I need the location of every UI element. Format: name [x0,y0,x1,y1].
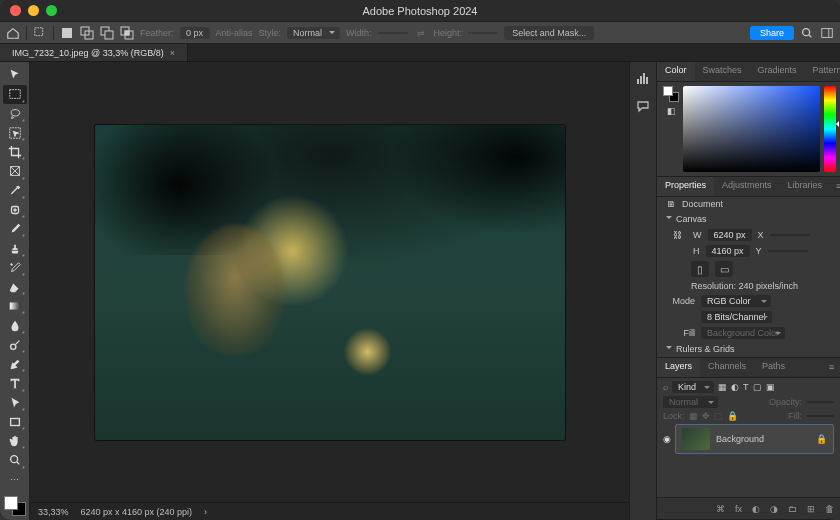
tab-channels[interactable]: Channels [700,358,754,377]
fill-opacity-input[interactable] [806,415,834,417]
layer-name[interactable]: Background [716,434,764,444]
canvas-y-input[interactable] [768,250,808,252]
move-tool[interactable] [3,66,27,84]
rect-marquee-tool[interactable] [3,85,27,103]
pen-tool[interactable] [3,355,27,373]
filter-type-icon[interactable]: T [743,382,749,392]
tab-gradients[interactable]: Gradients [750,62,805,81]
filter-smart-icon[interactable]: ▣ [766,382,775,392]
layer-row[interactable]: Background 🔒 [675,424,834,454]
maximize-window[interactable] [46,5,57,16]
hue-slider[interactable] [824,86,836,172]
link-layers-icon[interactable]: ⌘ [716,504,725,514]
zoom-readout[interactable]: 33,33% [38,507,69,517]
lock-pixels-icon[interactable]: ▦ [689,411,698,421]
minimize-window[interactable] [28,5,39,16]
new-fill-adjust-icon[interactable]: ◑ [770,504,778,514]
clone-stamp-tool[interactable] [3,239,27,257]
visibility-toggle-icon[interactable]: ◉ [663,434,671,444]
edit-toolbar[interactable]: ⋯ [3,471,27,489]
history-brush-tool[interactable] [3,259,27,277]
new-group-icon[interactable]: 🗀 [788,504,797,514]
layer-fx-icon[interactable]: fx [735,504,742,514]
feather-input[interactable]: 0 px [180,27,210,39]
rectangle-tool[interactable] [3,413,27,431]
rulers-section-header[interactable]: Rulers & Grids [657,341,840,357]
type-tool[interactable] [3,374,27,392]
hue-cube-icon[interactable]: ◧ [667,106,676,116]
tool-preset-icon[interactable] [33,26,47,40]
close-tab-icon[interactable]: × [170,48,175,58]
select-and-mask-button[interactable]: Select and Mask... [504,26,594,40]
share-button[interactable]: Share [750,26,794,40]
workspace-icon[interactable] [820,26,834,40]
select-subtract-icon[interactable] [100,26,114,40]
color-mini-swatches[interactable] [663,86,679,102]
color-swatches[interactable] [4,496,26,516]
filter-pixel-icon[interactable]: ▦ [718,382,727,392]
layer-thumbnail[interactable] [682,428,710,450]
object-select-tool[interactable] [3,124,27,142]
strip-icon-histogram[interactable] [633,68,653,88]
lasso-tool[interactable] [3,105,27,123]
tab-patterns[interactable]: Patterns [805,62,840,81]
fg-color-swatch[interactable] [4,496,18,510]
new-layer-icon[interactable]: ⊞ [807,504,815,514]
crop-tool[interactable] [3,143,27,161]
properties-panel-menu-icon[interactable]: ≡ [830,177,840,196]
lock-position-icon[interactable]: ✥ [702,411,710,421]
canvas-h-input[interactable]: 4160 px [706,245,750,257]
mode-select[interactable]: RGB Color [701,295,771,307]
opacity-input[interactable] [806,401,834,403]
frame-tool[interactable] [3,162,27,180]
lock-all-icon[interactable]: 🔒 [727,411,738,421]
canvas-w-input[interactable]: 6240 px [708,229,752,241]
depth-select[interactable]: 8 Bits/Channel [701,311,772,323]
gradient-tool[interactable] [3,297,27,315]
fill-select[interactable]: Background Color [701,327,785,339]
tab-adjustments[interactable]: Adjustments [714,177,780,196]
select-add-icon[interactable] [80,26,94,40]
tab-swatches[interactable]: Swatches [695,62,750,81]
filter-kind-select[interactable]: Kind [672,381,714,393]
antialias-checkbox[interactable]: Anti-alias [216,28,253,38]
color-field[interactable] [683,86,820,172]
path-select-tool[interactable] [3,394,27,412]
blend-mode-select[interactable]: Normal [663,396,718,408]
tab-properties[interactable]: Properties [657,177,714,196]
tab-libraries[interactable]: Libraries [780,177,831,196]
doc-dims-readout[interactable]: 6240 px x 4160 px (240 ppi) [81,507,193,517]
home-icon[interactable] [6,26,20,40]
lock-artboard-icon[interactable]: ⬚ [714,411,723,421]
eyedropper-tool[interactable] [3,182,27,200]
link-dims-icon[interactable]: ⛓ [667,230,687,240]
search-icon[interactable] [800,26,814,40]
healing-tool[interactable] [3,201,27,219]
dodge-tool[interactable] [3,336,27,354]
tab-color[interactable]: Color [657,62,695,81]
search-icon[interactable]: ⌕ [663,382,668,392]
orient-portrait-icon[interactable]: ▯ [691,261,709,277]
hand-tool[interactable] [3,432,27,450]
orient-landscape-icon[interactable]: ▭ [715,261,733,277]
layer-mask-icon[interactable]: ◐ [752,504,760,514]
delete-layer-icon[interactable]: 🗑 [825,504,834,514]
blur-tool[interactable] [3,316,27,334]
lock-icon[interactable]: 🔒 [816,434,827,444]
style-select[interactable]: Normal [287,27,340,39]
zoom-tool[interactable] [3,451,27,469]
filter-shape-icon[interactable]: ▢ [753,382,762,392]
canvas-x-input[interactable] [770,234,810,236]
canvas-viewport[interactable] [30,62,629,502]
eraser-tool[interactable] [3,278,27,296]
document-tab[interactable]: IMG_7232_10.jpeg @ 33,3% (RGB/8) × [0,44,188,61]
select-intersect-icon[interactable] [120,26,134,40]
tab-paths[interactable]: Paths [754,358,793,377]
canvas-section-header[interactable]: Canvas [657,211,840,227]
close-window[interactable] [10,5,21,16]
tab-layers[interactable]: Layers [657,358,700,377]
status-chevron-icon[interactable]: › [204,507,207,517]
filter-adjust-icon[interactable]: ◐ [731,382,739,392]
strip-icon-comments[interactable] [633,96,653,116]
brush-tool[interactable] [3,220,27,238]
